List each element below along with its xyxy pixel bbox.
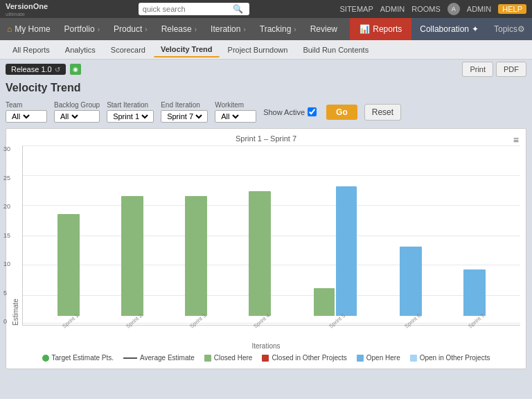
search-bar[interactable]: 🔍 xyxy=(139,3,249,15)
bar-sprint7: Sprint 7 xyxy=(463,269,486,325)
reset-button[interactable]: Reset xyxy=(364,104,401,121)
legend-label-target: Target Estimate Pts. xyxy=(52,354,114,362)
subnav-analytics[interactable]: Analytics xyxy=(58,43,103,57)
bar-sprint5: Sprint 5 xyxy=(312,186,358,325)
subnav-velocity-trend[interactable]: Velocity Trend xyxy=(154,42,220,57)
team-label: Team xyxy=(6,101,47,109)
chart-inner: 30 25 20 15 10 5 0 xyxy=(22,145,520,326)
logo: VersionOne ultimate xyxy=(6,1,48,17)
legend-label-open-here: Open Here xyxy=(366,354,400,362)
team-filter: Team All xyxy=(6,101,47,123)
start-iteration-dropdown[interactable]: Sprint 1 xyxy=(110,112,150,121)
chart-menu-icon[interactable]: ≡ xyxy=(513,134,519,145)
backlog-label: Backlog Group xyxy=(54,101,100,109)
print-button[interactable]: Print xyxy=(462,62,493,77)
workitem-select[interactable]: All xyxy=(215,110,256,123)
bar-closed-sprint3 xyxy=(185,196,207,316)
y-axis-labels: 30 25 20 15 10 5 0 xyxy=(3,145,10,325)
filter-bar: Team All Backlog Group All Start Iterati… xyxy=(0,98,532,128)
legend-dot-open-other xyxy=(410,355,417,362)
legend-label-closed-other: Closed in Other Projects xyxy=(272,354,346,362)
collab-icon: ✦ xyxy=(472,24,479,34)
nav-review[interactable]: Review xyxy=(303,18,344,40)
subnav-scorecard[interactable]: Scorecard xyxy=(104,43,152,57)
refresh-icon: ↺ xyxy=(55,66,60,73)
search-icon[interactable]: 🔍 xyxy=(233,4,243,14)
start-iteration-select[interactable]: Sprint 1 xyxy=(107,110,154,123)
chevron-icon: › xyxy=(195,26,197,33)
bar-closed-sprint1 xyxy=(57,214,80,316)
nav-topics[interactable]: Topics ⚙ xyxy=(487,18,532,40)
show-active-checkbox[interactable] xyxy=(308,107,317,116)
team-dropdown[interactable]: All xyxy=(9,112,32,121)
logo-text: VersionOne xyxy=(6,2,48,10)
team-select[interactable]: All xyxy=(6,110,47,123)
backlog-select[interactable]: All xyxy=(54,110,100,123)
subnav-build-run-contents[interactable]: Build Run Contents xyxy=(296,43,375,57)
workitem-filter: Workitem All xyxy=(215,101,256,123)
bar-closed-sprint4 xyxy=(249,191,271,316)
go-button[interactable]: Go xyxy=(326,105,357,120)
legend: Target Estimate Pts. Average Estimate Cl… xyxy=(12,350,520,363)
bar-open-sprint6 xyxy=(400,247,422,316)
chart-container: ≡ Sprint 1 – Sprint 7 Estimate 30 25 20 … xyxy=(6,128,526,369)
bar-sprint3: Sprint 3 xyxy=(185,196,207,325)
end-iteration-dropdown[interactable]: Sprint 7 xyxy=(164,112,204,121)
legend-label-average: Average Estimate xyxy=(140,354,195,362)
end-iteration-select[interactable]: Sprint 7 xyxy=(161,110,208,123)
release-badge[interactable]: Release 1.0 ↺ xyxy=(6,64,66,75)
legend-closed-here: Closed Here xyxy=(204,354,253,362)
legend-dot-closed-here xyxy=(204,355,211,362)
help-button[interactable]: HELP xyxy=(498,4,526,14)
backlog-dropdown[interactable]: All xyxy=(57,112,80,121)
avatar: A xyxy=(447,3,460,15)
pdf-button[interactable]: PDF xyxy=(496,62,526,77)
legend-label-closed-here: Closed Here xyxy=(214,354,253,362)
chevron-icon: › xyxy=(145,26,147,33)
nav-portfolio[interactable]: Portfolio › xyxy=(57,18,107,40)
nav-iteration[interactable]: Iteration › xyxy=(204,18,253,40)
nav-collaboration[interactable]: Collaboration ✦ xyxy=(411,18,487,40)
logo-sub: ultimate xyxy=(6,11,48,17)
nav-home[interactable]: ⌂ My Home xyxy=(0,18,57,40)
admin1-link[interactable]: ADMIN xyxy=(380,5,405,13)
legend-open-here: Open Here xyxy=(357,354,400,362)
chart-title: Sprint 1 – Sprint 7 xyxy=(12,134,520,143)
chevron-icon: › xyxy=(98,26,100,33)
legend-line-average xyxy=(123,357,137,359)
chart-area: Estimate 30 25 20 15 10 5 0 xyxy=(12,145,520,326)
subnav-all-reports[interactable]: All Reports xyxy=(6,43,57,57)
y-axis-label: Estimate xyxy=(12,145,19,326)
nav-reports[interactable]: 📊 Reports xyxy=(350,18,411,40)
nav-release[interactable]: Release › xyxy=(154,18,204,40)
admin2-link[interactable]: ADMIN xyxy=(467,5,491,13)
bar-sprint4: Sprint 4 xyxy=(249,191,271,325)
bar-sprint6: Sprint 6 xyxy=(400,247,422,325)
end-iteration-label: End Iteration xyxy=(161,101,208,109)
nav-product[interactable]: Product › xyxy=(107,18,154,40)
top-right-nav: SITEMAP ADMIN ROOMS A ADMIN HELP xyxy=(339,3,526,15)
topics-icon: ⚙ xyxy=(517,24,525,34)
end-iteration-filter: End Iteration Sprint 7 xyxy=(161,101,208,123)
release-label: Release 1.0 xyxy=(11,65,52,73)
workitem-dropdown[interactable]: All xyxy=(218,112,241,121)
legend-dot-target xyxy=(42,355,49,362)
workitem-label: Workitem xyxy=(215,101,256,109)
breadcrumb-bar: Release 1.0 ↺ ◉ Print PDF xyxy=(0,60,532,79)
main-nav: ⌂ My Home Portfolio › Product › Release … xyxy=(0,18,532,40)
legend-dot-closed-other xyxy=(262,355,269,362)
subnav-project-burndown[interactable]: Project Burndown xyxy=(221,43,295,57)
legend-closed-other: Closed in Other Projects xyxy=(262,354,346,362)
reports-icon: 📊 xyxy=(360,24,370,34)
page-title: Velocity Trend xyxy=(0,79,532,98)
legend-dot-open-here xyxy=(357,355,364,362)
rooms-link[interactable]: ROOMS xyxy=(411,5,441,13)
sitemap-link[interactable]: SITEMAP xyxy=(339,5,373,13)
search-input[interactable] xyxy=(143,5,233,13)
rss-icon[interactable]: ◉ xyxy=(70,64,81,75)
legend-label-open-other: Open in Other Projects xyxy=(420,354,490,362)
bar-open-sprint7 xyxy=(463,269,486,316)
home-icon: ⌂ xyxy=(7,24,12,34)
legend-target: Target Estimate Pts. xyxy=(42,354,114,362)
nav-tracking[interactable]: Tracking › xyxy=(253,18,303,40)
